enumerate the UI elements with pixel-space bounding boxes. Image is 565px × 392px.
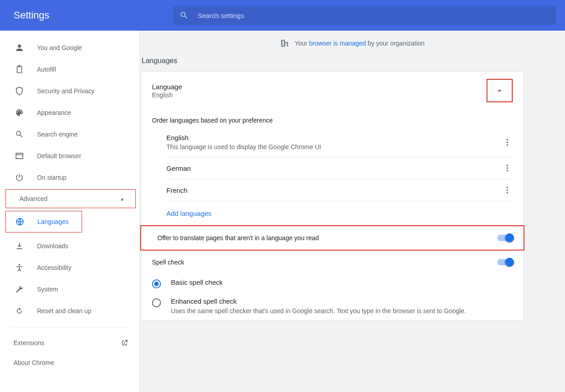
sidebar-item-security[interactable]: Security and Privacy (0, 80, 139, 102)
extensions-label: Extensions (14, 339, 44, 346)
sidebar-item-default-browser[interactable]: Default browser (0, 145, 139, 167)
language-current: English (152, 91, 182, 99)
chevron-up-icon (495, 86, 505, 96)
spell-check-toggle[interactable] (497, 259, 513, 265)
clipboard-icon (14, 64, 24, 74)
spell-basic-label: Basic spell check (171, 278, 223, 286)
collapse-button[interactable] (492, 82, 508, 99)
sidebar-item-label: Default browser (37, 152, 81, 160)
language-desc: This language is used to display the Goo… (166, 143, 321, 150)
language-name: English (166, 134, 321, 141)
spell-check-row: Spell check (141, 251, 524, 274)
highlight-languages: Languages (5, 211, 82, 232)
power-icon (14, 173, 24, 182)
add-languages-button[interactable]: Add languages (141, 201, 524, 225)
svg-point-1 (18, 264, 20, 265)
sidebar-item-languages[interactable]: Languages (6, 211, 79, 232)
sidebar-item-reset[interactable]: Reset and clean up (0, 300, 139, 322)
more-vert-icon[interactable] (502, 186, 513, 195)
sidebar-item-about[interactable]: About Chrome (0, 353, 139, 373)
wrench-icon (14, 284, 24, 294)
sidebar-item-label: Languages (37, 218, 69, 225)
sidebar-item-label: Security and Privacy (37, 87, 95, 95)
top-bar: Settings Search settings (0, 0, 565, 31)
language-row-french: French (141, 179, 524, 201)
language-row-english: English This language is used to display… (141, 128, 524, 157)
palette-icon (14, 108, 24, 118)
spell-enh-desc: Uses the same spell checker that's used … (171, 307, 466, 316)
shield-icon (14, 86, 24, 96)
building-icon (280, 39, 289, 48)
chevron-up-icon: ▲ (120, 196, 124, 201)
sidebar-item-accessibility[interactable]: Accessibility (0, 257, 139, 278)
translate-toggle-row: Offer to translate pages that aren't in … (141, 226, 524, 250)
search-icon (179, 11, 188, 20)
spell-enhanced-row[interactable]: Enhanced spell check Uses the same spell… (141, 293, 524, 320)
spell-check-label: Spell check (152, 259, 184, 266)
content-area: Your browser is managed by your organiza… (140, 31, 565, 392)
sidebar-item-label: Appearance (37, 109, 71, 116)
sidebar-item-label: Autofill (37, 66, 56, 73)
order-label: Order languages based on your preference (141, 109, 524, 128)
language-name: German (166, 164, 191, 172)
translate-toggle[interactable] (497, 235, 513, 241)
search-settings-input[interactable]: Search settings (173, 6, 556, 25)
more-vert-icon[interactable] (502, 138, 513, 147)
sidebar-item-label: Reset and clean up (37, 307, 92, 315)
svg-point-4 (506, 144, 508, 146)
spell-basic-row[interactable]: Basic spell check (141, 274, 524, 293)
search-placeholder: Search settings (198, 12, 244, 19)
sidebar-item-label: System (37, 286, 58, 293)
sidebar-item-appearance[interactable]: Appearance (0, 102, 139, 123)
svg-point-7 (506, 170, 508, 171)
open-external-icon (120, 339, 129, 347)
sidebar-item-label: You and Google (37, 44, 82, 51)
svg-point-5 (506, 165, 508, 166)
search-icon (14, 129, 24, 139)
svg-point-3 (506, 141, 508, 143)
sidebar-item-on-startup[interactable]: On startup (0, 167, 139, 188)
sidebar-item-system[interactable]: System (0, 278, 139, 300)
more-vert-icon[interactable] (502, 164, 513, 173)
language-header-row[interactable]: Language English (141, 72, 524, 109)
managed-text: Your browser is managed by your organiza… (294, 40, 424, 47)
about-label: About Chrome (14, 359, 54, 366)
radio-basic[interactable] (152, 279, 161, 288)
download-icon (14, 241, 24, 251)
globe-icon (15, 217, 25, 227)
svg-point-2 (506, 139, 508, 140)
svg-point-10 (506, 192, 508, 193)
sidebar-item-search-engine[interactable]: Search engine (0, 123, 139, 145)
sidebar-item-you-and-google[interactable]: You and Google (0, 37, 139, 59)
sidebar-item-extensions[interactable]: Extensions (0, 333, 139, 353)
advanced-toggle[interactable]: Advanced ▲ (6, 190, 135, 208)
advanced-label: Advanced (19, 195, 47, 202)
svg-point-8 (506, 187, 508, 188)
language-title: Language (152, 83, 182, 91)
sidebar-item-downloads[interactable]: Downloads (0, 235, 139, 257)
divider (11, 327, 129, 328)
translate-label: Offer to translate pages that aren't in … (157, 234, 319, 242)
highlight-advanced: Advanced ▲ (5, 189, 136, 208)
page-title: Languages (142, 50, 565, 71)
languages-card: Language English Order languages based o… (141, 71, 524, 321)
managed-link[interactable]: browser is managed (309, 40, 366, 47)
sidebar-item-label: Search engine (37, 131, 78, 138)
language-row-german: German (141, 157, 524, 179)
browser-icon (14, 151, 24, 161)
highlight-translate: Offer to translate pages that aren't in … (140, 225, 524, 251)
accessibility-icon (14, 263, 24, 273)
restore-icon (14, 306, 24, 316)
highlight-chevron (487, 79, 513, 102)
sidebar-item-label: On startup (37, 174, 66, 181)
sidebar-item-label: Accessibility (37, 264, 71, 271)
radio-enhanced[interactable] (152, 298, 161, 307)
spell-enh-label: Enhanced spell check (171, 297, 466, 305)
svg-point-9 (506, 189, 508, 191)
sidebar: You and Google Autofill Security and Pri… (0, 31, 140, 392)
managed-banner: Your browser is managed by your organiza… (140, 31, 565, 50)
svg-point-6 (506, 167, 508, 169)
sidebar-item-label: Downloads (37, 242, 68, 250)
settings-title: Settings (14, 9, 162, 21)
sidebar-item-autofill[interactable]: Autofill (0, 59, 139, 80)
